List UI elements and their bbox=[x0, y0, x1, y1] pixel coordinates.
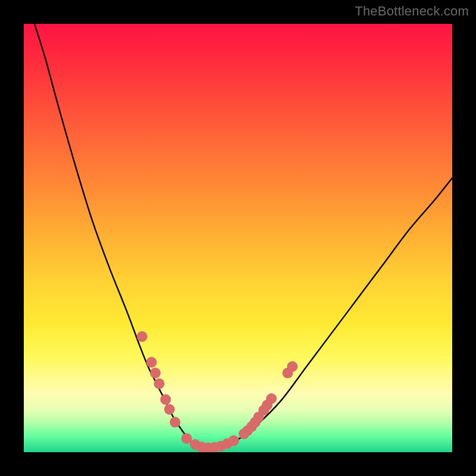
sample-point bbox=[287, 361, 298, 372]
sample-point bbox=[170, 417, 180, 428]
sample-point bbox=[146, 357, 157, 368]
sample-point bbox=[154, 378, 165, 389]
chart-svg bbox=[24, 24, 452, 452]
sample-point bbox=[160, 394, 171, 405]
sample-point bbox=[266, 393, 277, 404]
plot-area bbox=[24, 24, 452, 452]
sample-point bbox=[228, 436, 239, 446]
bottleneck-curve bbox=[35, 24, 452, 448]
watermark-label: TheBottleneck.com bbox=[355, 4, 469, 19]
sample-point bbox=[137, 331, 148, 342]
chart-frame: TheBottleneck.com bbox=[0, 0, 476, 476]
sample-point bbox=[150, 368, 161, 378]
sample-point bbox=[164, 404, 175, 415]
